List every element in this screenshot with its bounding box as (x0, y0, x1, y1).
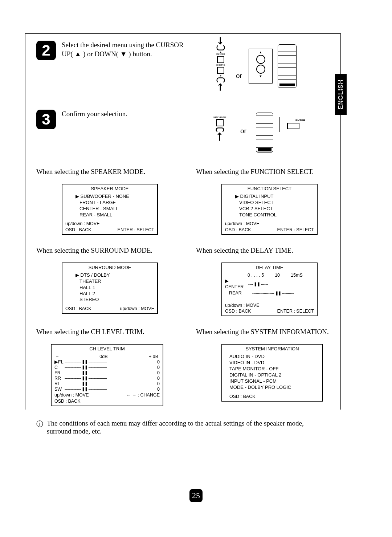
osd-footer: ENTER : SELECT (277, 227, 314, 233)
osd-line: ▶ SUBWOOFER - NONE (75, 194, 154, 200)
step-2-figure: ▲ FM MODE CINEMA E. ▼ or ▲ ▼ (203, 41, 330, 99)
osd-footer: up/down : MOVE (65, 221, 154, 227)
osd-footer: ← → : CHANGE (126, 392, 160, 398)
system-information-osd: SYSTEM INFORMATION AUDIO IN - DVD VIDEO … (221, 344, 323, 401)
osd-line: ▶ DTS / DOLBY (75, 272, 154, 278)
remote-cursor-callout: ▲ ▼ (249, 49, 273, 84)
osd-title: SURROUND MODE (65, 265, 154, 271)
delay-bar: ---- ❚❚ ------ (248, 281, 314, 286)
panel-label-bottom: CINEMA E. (211, 64, 231, 66)
function-select-heading: When selecting the FUNCTION SELECT. (196, 168, 334, 176)
step-3-figure: MEMO/ ENTER or ENTER (203, 110, 330, 153)
osd-footer: up/down : MOVE (225, 221, 314, 227)
hand-down-icon (215, 36, 226, 51)
note-block: ⓘ The conditions of each menu may differ… (36, 419, 330, 435)
panel-down-button[interactable] (217, 67, 224, 74)
osd-footer: OSD : BACK (65, 306, 91, 312)
osd-line: FRONT - LARGE (75, 200, 154, 206)
function-select-col: When selecting the FUNCTION SELECT. FUNC… (196, 168, 334, 241)
page-number: 25 (0, 489, 392, 502)
hand-up-icon (215, 127, 225, 142)
chtrim-row: FR----------------- ❚❚ -----------------… (54, 370, 160, 376)
page-frame: 2 Select the desired menu using the CURS… (25, 33, 341, 410)
or-label-3: or (240, 127, 246, 135)
osd-line: INPUT SIGNAL - PCM (229, 378, 319, 385)
osd-footer: up/down : MOVE (54, 392, 89, 398)
speaker-mode-heading: When selecting the SPEAKER MODE. (36, 168, 174, 176)
step-2-text: Select the desired menu using the CURSOR… (62, 41, 192, 58)
osd-footer: OSD : BACK (225, 394, 319, 399)
osd-sections: When selecting the SPEAKER MODE. SPEAKER… (36, 168, 330, 413)
scale-val: 10 (275, 272, 280, 278)
osd-footer: ENTER : SELECT (277, 308, 314, 314)
hand-up-icon (215, 77, 226, 91)
osd-title: CH LEVEL TRIM (54, 346, 160, 352)
remote-illustration-3 (256, 113, 273, 152)
osd-line: STEREO (75, 297, 154, 303)
osd-line: MODE - DOLBY PRO LOGIC (229, 385, 319, 391)
osd-line: AUDIO IN - DVD (229, 354, 319, 360)
panel-up-button[interactable] (217, 56, 224, 63)
osd-footer: OSD : BACK (225, 308, 251, 314)
osd-line: CENTER - SMALL (75, 206, 154, 212)
scale-val: 0 . . . . 5 (248, 272, 264, 278)
info-icon: ⓘ (36, 419, 43, 435)
chtrim-row: C----------------- ❚❚ ------------------… (54, 365, 160, 370)
panel-label-top: FM MODE (211, 53, 231, 55)
ch-level-trim-osd: CH LEVEL TRIM – 0dB + dB ▶FL------------… (51, 344, 163, 406)
chtrim-row: SW----------------- ❚❚ -----------------… (54, 387, 160, 392)
panel-enter-block: MEMO/ ENTER (210, 116, 230, 142)
step-2-row: 2 Select the desired menu using the CURS… (36, 41, 330, 102)
ch-level-trim-col: When selecting the CH LEVEL TRIM. CH LEV… (36, 328, 174, 413)
remote-enter-button[interactable] (287, 123, 299, 129)
function-select-osd: FUNCTION SELECT ▶ DIGITAL INPUT VIDEO SE… (221, 184, 318, 235)
delay-time-heading: When selecting the DELAY TIME. (196, 247, 334, 255)
step-3-badge: 3 (36, 110, 56, 129)
remote-down-button[interactable] (256, 65, 265, 74)
system-information-heading: When selecting the SYSTEM INFORMATION. (196, 328, 334, 336)
speaker-mode-osd: SPEAKER MODE ▶ SUBWOOFER - NONE FRONT - … (62, 184, 158, 235)
panel-enter-button[interactable] (216, 119, 224, 126)
osd-footer: OSD : BACK (65, 227, 91, 233)
osd-title: FUNCTION SELECT (225, 186, 314, 192)
or-label: or (236, 72, 242, 80)
osd-title: SYSTEM INFORMATION (225, 346, 319, 352)
osd-title: DELAY TIME (225, 265, 314, 271)
chtrim-row: ▶FL----------------- ❚❚ ----------------… (54, 359, 160, 365)
delay-time-col: When selecting the DELAY TIME. DELAY TIM… (196, 247, 334, 323)
delay-label: REAR (225, 290, 250, 296)
osd-line: TONE CONTROL (235, 212, 314, 218)
speaker-mode-col: When selecting the SPEAKER MODE. SPEAKER… (36, 168, 174, 241)
osd-line: VCR 2 SELECT (235, 206, 314, 212)
osd-line: ▶ DIGITAL INPUT (235, 194, 314, 200)
step-2-badge: 2 (36, 41, 56, 60)
system-information-col: When selecting the SYSTEM INFORMATION. S… (196, 328, 334, 413)
step-3-text: Confirm your selection. (62, 110, 192, 119)
delay-label: ▶ CENTER (225, 278, 246, 290)
osd-footer: up/down : MOVE (225, 302, 314, 308)
scale-val: 15mS (291, 272, 303, 278)
hdr: 0dB (99, 354, 107, 359)
osd-line: TAPE MONITOR - OFF (229, 366, 319, 372)
chtrim-row: RL----------------- ❚❚ -----------------… (54, 381, 160, 387)
osd-line: HALL 2 (75, 291, 154, 297)
osd-line: HALL 1 (75, 285, 154, 291)
osd-footer: up/down : MOVE (120, 306, 155, 312)
osd-title: SPEAKER MODE (65, 186, 154, 192)
osd-line: DIGITAL IN - OPTICAL 2 (229, 372, 319, 378)
panel-cursor-buttons: ▲ FM MODE CINEMA E. ▼ (211, 36, 231, 91)
osd-line: REAR - SMALL (75, 212, 154, 218)
hdr: – (56, 354, 58, 359)
enter-callout-label: ENTER (281, 119, 305, 122)
remote-enter-callout: ENTER (279, 117, 307, 132)
osd-line: VIDEO IN - DVD (229, 360, 319, 366)
panel-enter-label: MEMO/ ENTER (210, 116, 230, 118)
delay-bar: ------------------- ❚❚ ---------- (252, 290, 314, 296)
delay-time-osd: DELAY TIME 0 . . . . 5 10 15mS ▶ CENTER … (221, 263, 318, 316)
remote-up-button[interactable] (256, 55, 265, 64)
osd-line: THEATER (75, 278, 154, 285)
chtrim-row: RR----------------- ❚❚ -----------------… (54, 376, 160, 381)
osd-footer: ENTER : SELECT (118, 227, 154, 233)
hdr: + dB (149, 354, 158, 359)
osd-footer: OSD : BACK (54, 398, 160, 404)
